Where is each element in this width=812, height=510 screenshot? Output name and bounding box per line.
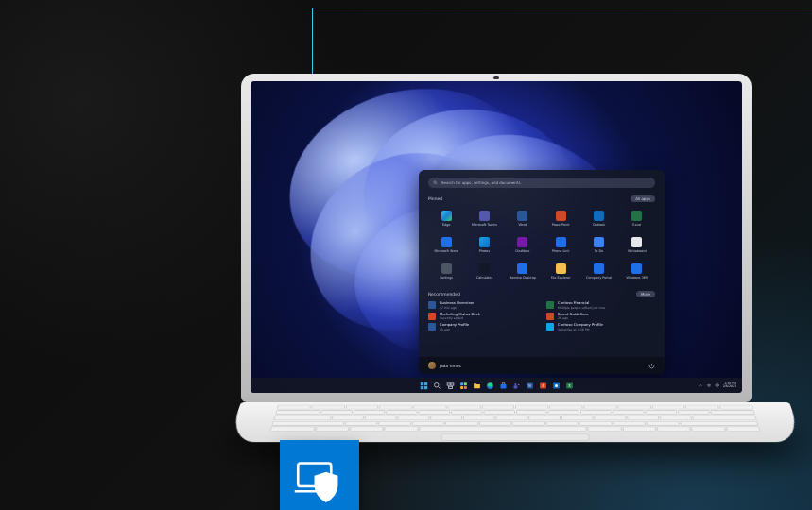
search-icon: [433, 382, 441, 390]
svg-rect-16: [500, 384, 506, 389]
laptop-lid: Search for apps, settings, and documents…: [241, 74, 752, 402]
app-icon: [441, 264, 452, 274]
recommended-item[interactable]: Brand Guidelines2h ago: [546, 313, 655, 321]
recommended-subtitle: 2h ago: [440, 328, 469, 332]
pinned-app-remote-desktop[interactable]: Remote Desktop: [505, 259, 541, 283]
explorer-icon: [473, 382, 481, 390]
recommended-item[interactable]: Contoso Company ProfileYesterday at 4:28…: [546, 323, 655, 332]
system-tray[interactable]: 1:30 PM 2/8/2023: [698, 382, 736, 389]
svg-rect-12: [463, 382, 466, 385]
app-icon: [594, 237, 604, 247]
widgets-icon: [459, 382, 468, 390]
pinned-app-settings[interactable]: Settings: [428, 259, 464, 283]
taskbar-widgets[interactable]: [459, 382, 468, 390]
svg-line-7: [438, 386, 440, 388]
taskbar-outlook[interactable]: [552, 382, 561, 390]
recommended-item[interactable]: Marketing Status DeckRecently added: [428, 313, 537, 321]
app-icon: [479, 211, 490, 221]
app-label: OneNote: [515, 249, 529, 253]
app-icon: [631, 264, 642, 274]
svg-rect-5: [423, 385, 426, 388]
pinned-app-powerpoint[interactable]: PowerPoint: [543, 206, 579, 230]
task-view-icon: [446, 382, 455, 390]
svg-rect-11: [460, 382, 463, 385]
app-label: Photos: [479, 249, 490, 253]
svg-point-19: [518, 383, 520, 385]
app-label: Edge: [442, 223, 451, 227]
svg-point-6: [434, 382, 439, 387]
pinned-heading: Pinned: [428, 196, 442, 201]
svg-line-1: [436, 183, 437, 184]
start-icon: [420, 382, 428, 390]
pinned-app-word[interactable]: Word: [505, 206, 541, 230]
app-icon: [594, 264, 604, 274]
svg-rect-18: [513, 385, 517, 388]
more-button[interactable]: More: [636, 291, 655, 298]
recommended-item[interactable]: Contoso FinancialMultiple people edited …: [546, 301, 655, 310]
pinned-app-outlook[interactable]: Outlook: [580, 206, 616, 230]
pinned-app-to-do[interactable]: To Do: [580, 232, 616, 257]
pinned-app-microsoft-store[interactable]: Microsoft Store: [428, 232, 464, 257]
pinned-app-file-explorer[interactable]: File Explorer: [543, 259, 579, 283]
taskbar-explorer[interactable]: [473, 382, 481, 390]
taskbar-start[interactable]: [420, 382, 428, 390]
taskbar-search[interactable]: [433, 382, 441, 390]
recommended-subtitle: 2h ago: [558, 316, 589, 320]
taskbar-date: 2/8/2023: [723, 385, 736, 388]
app-label: Phone Link: [552, 249, 570, 253]
taskbar: WPX 1:30 PM 2/8/2023: [251, 378, 742, 393]
pinned-app-company-portal[interactable]: Company Portal: [580, 259, 616, 283]
trackpad: [441, 434, 590, 440]
pinned-app-edge[interactable]: Edge: [428, 206, 464, 230]
app-icon: [556, 237, 566, 247]
all-apps-button[interactable]: All apps: [631, 196, 655, 202]
taskbar-powerpoint[interactable]: P: [539, 382, 547, 390]
recommended-item[interactable]: Business Overview47 min ago: [428, 301, 537, 310]
laptop-keyboard-deck: [227, 402, 803, 442]
taskbar-task-view[interactable]: [446, 382, 455, 390]
app-label: Excel: [632, 223, 641, 227]
recommended-item[interactable]: Company Profile2h ago: [428, 323, 537, 332]
keyboard: [270, 405, 761, 432]
app-icon: [441, 211, 452, 221]
pinned-app-windows-365[interactable]: Windows 365: [619, 259, 655, 283]
pinned-app-whiteboard[interactable]: Whiteboard: [619, 232, 655, 257]
app-label: Whiteboard: [628, 249, 647, 253]
app-label: Calculator: [476, 276, 492, 280]
pinned-app-onenote[interactable]: OneNote: [505, 232, 541, 257]
svg-point-17: [514, 382, 516, 384]
taskbar-clock[interactable]: 1:30 PM 2/8/2023: [723, 382, 736, 389]
user-avatar: [428, 362, 436, 369]
user-account-button[interactable]: Jada Torres: [428, 362, 461, 369]
svg-point-0: [434, 181, 437, 184]
svg-rect-14: [463, 385, 466, 388]
webcam: [493, 76, 499, 79]
app-icon: [479, 237, 490, 247]
taskbar-excel[interactable]: X: [565, 382, 574, 390]
pinned-app-phone-link[interactable]: Phone Link: [543, 232, 579, 257]
power-icon[interactable]: [648, 363, 655, 369]
pinned-app-photos[interactable]: Photos: [466, 232, 502, 257]
svg-rect-8: [447, 382, 450, 384]
recommended-subtitle: Yesterday at 4:28 PM: [558, 328, 603, 332]
svg-point-25: [555, 384, 558, 387]
outlook-icon: [552, 382, 561, 390]
security-badge: [280, 440, 359, 510]
taskbar-teams[interactable]: [512, 382, 521, 390]
svg-rect-13: [460, 385, 463, 388]
taskbar-word[interactable]: W: [526, 382, 534, 390]
start-search-field[interactable]: Search for apps, settings, and documents: [428, 178, 655, 188]
pinned-app-excel[interactable]: Excel: [619, 206, 655, 230]
svg-rect-2: [420, 382, 423, 384]
pinned-app-microsoft-teams[interactable]: Microsoft Teams: [466, 206, 502, 230]
app-icon: [594, 211, 604, 221]
svg-rect-9: [450, 382, 453, 384]
wifi-icon: [706, 382, 712, 388]
app-icon: [517, 264, 527, 274]
app-label: To Do: [595, 249, 603, 253]
pinned-app-calculator[interactable]: Calculator: [466, 259, 502, 283]
taskbar-edge[interactable]: [486, 382, 494, 390]
taskbar-store[interactable]: [499, 382, 508, 390]
svg-rect-10: [448, 386, 452, 388]
excel-icon: X: [565, 382, 574, 390]
